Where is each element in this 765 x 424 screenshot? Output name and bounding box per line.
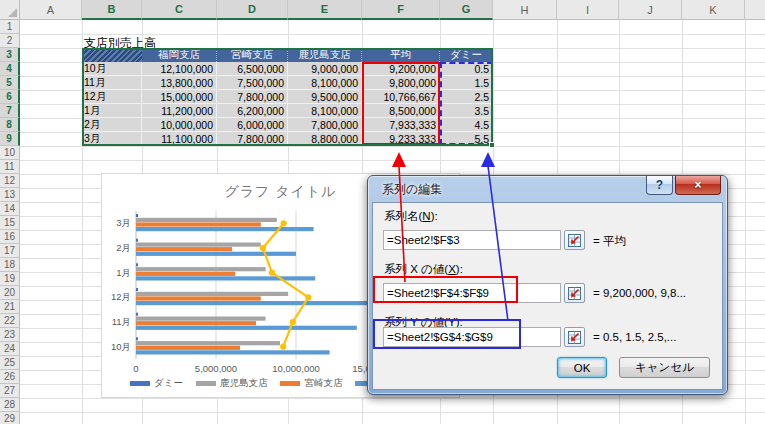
table-cell[interactable]: 7,800,000 xyxy=(217,132,288,146)
table-cell[interactable]: 7,800,000 xyxy=(217,90,288,104)
series-y-range-picker-button[interactable] xyxy=(564,327,585,347)
row-header-8[interactable]: 8 xyxy=(0,118,20,132)
bar[interactable] xyxy=(136,243,261,247)
row-header-11[interactable]: 11 xyxy=(0,160,20,174)
average-marker[interactable] xyxy=(269,270,275,276)
row-header-23[interactable]: 23 xyxy=(0,328,20,342)
bar-dummy[interactable] xyxy=(136,313,138,316)
row-header-3[interactable]: 3 xyxy=(0,48,20,62)
table-cell[interactable]: 6,000,000 xyxy=(217,118,288,132)
table-cell[interactable]: 3.5 xyxy=(440,104,493,118)
bar[interactable] xyxy=(136,296,261,300)
col-header-I[interactable]: I xyxy=(557,0,619,20)
average-marker[interactable] xyxy=(290,319,296,325)
row-header-13[interactable]: 13 xyxy=(0,188,20,202)
bar[interactable] xyxy=(136,227,314,231)
col-header-C[interactable]: C xyxy=(142,0,217,20)
table-header-cell[interactable] xyxy=(82,48,142,62)
table-cell[interactable]: 8,800,000 xyxy=(288,132,362,146)
col-header-K[interactable]: K xyxy=(682,0,745,20)
col-header-J[interactable]: J xyxy=(619,0,682,20)
series-y-input[interactable] xyxy=(383,327,561,347)
row-header-4[interactable]: 4 xyxy=(0,62,20,76)
row-header-26[interactable]: 26 xyxy=(0,370,20,384)
row-header-7[interactable]: 7 xyxy=(0,104,20,118)
table-cell[interactable]: 2.5 xyxy=(440,90,493,104)
row-header-27[interactable]: 27 xyxy=(0,384,20,398)
table-cell[interactable]: 10月 xyxy=(82,62,142,76)
row-header-17[interactable]: 17 xyxy=(0,244,20,258)
table-header-cell[interactable]: 宮崎支店 xyxy=(217,48,288,62)
col-header-L[interactable]: L xyxy=(745,0,765,20)
close-button[interactable]: × xyxy=(675,176,721,195)
bar[interactable] xyxy=(136,321,256,325)
col-header-E[interactable]: E xyxy=(288,0,362,20)
bar[interactable] xyxy=(136,350,330,354)
row-header-24[interactable]: 24 xyxy=(0,342,20,356)
table-cell[interactable]: 5.5 xyxy=(440,132,493,146)
row-header-1[interactable]: 1 xyxy=(0,20,20,34)
average-marker[interactable] xyxy=(280,344,286,350)
ok-button[interactable]: OK xyxy=(557,357,607,378)
bar[interactable] xyxy=(136,317,266,321)
table-cell[interactable]: 3月 xyxy=(82,132,142,146)
table-cell[interactable]: 10,766,667 xyxy=(362,90,440,104)
row-header-19[interactable]: 19 xyxy=(0,272,20,286)
bar-dummy[interactable] xyxy=(136,214,138,217)
bar[interactable] xyxy=(136,341,280,345)
table-cell[interactable]: 7,500,000 xyxy=(217,76,288,90)
fill-handle[interactable] xyxy=(489,142,495,148)
row-header-12[interactable]: 12 xyxy=(0,174,20,188)
bar-dummy[interactable] xyxy=(136,239,138,242)
row-header-9[interactable]: 9 xyxy=(0,132,20,146)
row-header-25[interactable]: 25 xyxy=(0,356,20,370)
bar-dummy[interactable] xyxy=(136,288,138,291)
bar[interactable] xyxy=(136,292,288,296)
table-cell[interactable]: 6,500,000 xyxy=(217,62,288,76)
average-marker[interactable] xyxy=(281,220,287,226)
table-cell[interactable]: 9,233,333 xyxy=(362,132,440,146)
bar[interactable] xyxy=(136,301,376,305)
table-cell[interactable]: 1.5 xyxy=(440,76,493,90)
bar[interactable] xyxy=(136,218,277,222)
table-cell[interactable]: 6,200,000 xyxy=(217,104,288,118)
table-cell[interactable]: 13,800,000 xyxy=(142,76,217,90)
table-cell[interactable]: 9,000,000 xyxy=(288,62,362,76)
table-cell[interactable]: 8,100,000 xyxy=(288,76,362,90)
row-header-5[interactable]: 5 xyxy=(0,76,20,90)
row-header-29[interactable]: 29 xyxy=(0,412,20,424)
table-cell[interactable]: 15,000,000 xyxy=(142,90,217,104)
row-header-28[interactable]: 28 xyxy=(0,398,20,412)
average-marker[interactable] xyxy=(260,245,266,251)
table-header-cell[interactable]: ダミー xyxy=(440,48,493,62)
table-cell[interactable]: 8,100,000 xyxy=(288,104,362,118)
table-cell[interactable]: 8,500,000 xyxy=(362,104,440,118)
row-header-16[interactable]: 16 xyxy=(0,230,20,244)
average-marker[interactable] xyxy=(305,294,311,300)
col-header-F[interactable]: F xyxy=(362,0,440,20)
bar[interactable] xyxy=(136,272,235,276)
series-name-input[interactable] xyxy=(383,230,561,250)
table-cell[interactable]: 11,200,000 xyxy=(142,104,217,118)
legend-item[interactable]: ダミー xyxy=(130,377,183,390)
table-cell[interactable]: 9,800,000 xyxy=(362,76,440,90)
bar[interactable] xyxy=(136,252,296,256)
table-cell[interactable]: 12月 xyxy=(82,90,142,104)
row-header-6[interactable]: 6 xyxy=(0,90,20,104)
table-cell[interactable]: 11,100,000 xyxy=(142,132,217,146)
row-header-18[interactable]: 18 xyxy=(0,258,20,272)
help-button[interactable]: ? xyxy=(646,176,673,195)
series-x-input[interactable] xyxy=(383,283,561,303)
bar-dummy[interactable] xyxy=(136,263,138,266)
bar[interactable] xyxy=(136,222,261,226)
table-cell[interactable]: 10,000,000 xyxy=(142,118,217,132)
table-cell[interactable]: 9,500,000 xyxy=(288,90,362,104)
row-header-20[interactable]: 20 xyxy=(0,286,20,300)
select-all-corner[interactable] xyxy=(0,0,20,20)
bar[interactable] xyxy=(136,326,357,330)
series-name-range-picker-button[interactable] xyxy=(564,230,585,250)
row-header-15[interactable]: 15 xyxy=(0,216,20,230)
table-cell[interactable]: 9,200,000 xyxy=(362,62,440,76)
col-header-A[interactable]: A xyxy=(20,0,82,20)
row-header-22[interactable]: 22 xyxy=(0,314,20,328)
